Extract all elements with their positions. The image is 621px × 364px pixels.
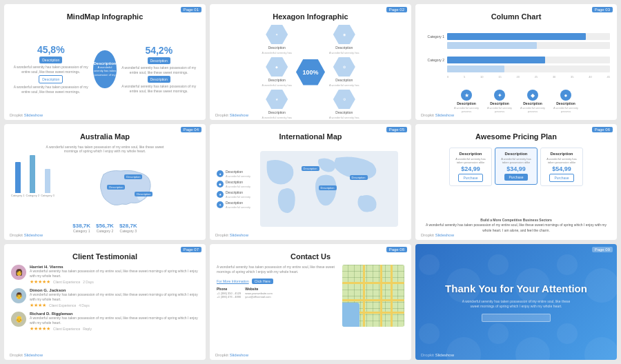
- testimonial-text-3: Richard D. Riggleman A wonderful serenit…: [30, 312, 199, 332]
- desc-box-3: Description: [148, 57, 170, 64]
- chart-icon-item-2: ✦ Description A wonderful serenity posse…: [486, 90, 513, 113]
- map-road-h1: [342, 282, 404, 284]
- aus-bar-2a: [30, 155, 35, 193]
- stars-1: ★★★★★: [30, 279, 50, 285]
- avatar-2: 👨: [11, 288, 26, 303]
- hex-label-4: DescriptionA wonderful serenity has: [329, 46, 359, 54]
- contact-phone-label: Phone: [217, 287, 241, 291]
- hex-1: ✦: [266, 25, 288, 44]
- aus-bar-label-1: Category 1: [11, 194, 25, 197]
- aus-svg: [93, 164, 162, 212]
- aus-desc: A wonderful serenity has taken possessio…: [46, 145, 164, 153]
- chart-bar-wrap-1b: [447, 42, 610, 49]
- price-text-3: A wonderful serenity has taken possessio…: [544, 157, 580, 164]
- side-text-1: DescriptionA wonderful serenity: [226, 170, 250, 178]
- chart-bar-1b: [447, 42, 537, 49]
- main-grid: Page 01 MindMap Infographic 45,8% Descri…: [0, 0, 621, 364]
- mindmap-content: 45,8% Description A wonderful serenity h…: [11, 25, 199, 113]
- icon-sublabel-3: A wonderful serenity possess: [519, 106, 546, 113]
- brand-4: Dropkit Slideshow: [10, 233, 43, 237]
- contact-link[interactable]: For More Information: [217, 279, 249, 283]
- chart-row-2: Category 2: [422, 57, 610, 63]
- price-text-1: A wonderful serenity has taken possessio…: [453, 157, 489, 164]
- price-btn-2[interactable]: Purchase: [504, 174, 527, 181]
- axis-35: 35: [571, 75, 573, 79]
- card-columnchart: Page 03 Column Chart Category 1 Category…: [415, 4, 617, 120]
- hex-3: ★: [266, 90, 288, 109]
- world-pin-1: Description: [302, 166, 319, 171]
- page-num-4: Page 04: [181, 127, 201, 132]
- stars-2: ★★★★: [30, 303, 46, 308]
- aus-stat-3: $28,7K Category 3: [119, 223, 137, 233]
- card-title-1: MindMap Infographic: [67, 12, 144, 21]
- side-text-4: DescriptionA wonderful serenity: [226, 201, 250, 209]
- price-amount-3: $54,99: [552, 165, 571, 172]
- brand-6: Dropkit Slideshow: [421, 233, 454, 237]
- card-contact: Page 08 Contact Us A wonderful serenity …: [210, 244, 411, 360]
- card-mindmap: Page 01 MindMap Infographic 45,8% Descri…: [4, 4, 206, 120]
- contact-left: A wonderful serenity has taken possessio…: [217, 265, 338, 353]
- testimonial-body-2: A wonderful serenity has taken possessio…: [30, 292, 199, 302]
- contact-phone-value: +1 (386) 350 - 4529+1 (386) 476 - 4890: [217, 292, 241, 299]
- hex-label-5: DescriptionA wonderful serenity has: [329, 78, 359, 87]
- thankyou-input[interactable]: [482, 314, 551, 322]
- chart-icon-item-4: ● Description A wonderful serenity posse…: [552, 90, 580, 113]
- icon-label-1: Description: [457, 101, 476, 105]
- price-name-3: Description: [550, 152, 573, 156]
- side-label-1: ● DescriptionA wonderful serenity: [217, 170, 250, 178]
- icon-sublabel-1: A wonderful serenity possess: [453, 106, 480, 113]
- chart-bar-wrap-1: [447, 33, 610, 40]
- aus-stat-label-2: Category 2: [97, 229, 113, 233]
- price-btn-1[interactable]: Purchase: [458, 174, 482, 182]
- testimonial-label-1: Client Experience: [53, 280, 80, 284]
- world-bg: Description Description Description: [260, 151, 398, 227]
- axis-10: 10: [480, 75, 483, 79]
- avatar-3: 👴: [11, 312, 26, 327]
- avatar-1: 👩: [11, 265, 26, 280]
- hex-left-col: ✦ DescriptionA wonderful serenity has ◆ …: [262, 25, 292, 119]
- testimonial-time-1: 2 Days: [83, 280, 94, 284]
- hex-4: ◉: [333, 25, 355, 44]
- hex-item-6: ⚙ DescriptionA wonderful serenity has: [329, 90, 359, 119]
- page-num-9: Page 09: [592, 247, 613, 252]
- contact-website-label: Website: [245, 287, 273, 291]
- icon-label-4: Description: [556, 101, 575, 105]
- aus-bar-label-3: Category 3: [41, 194, 55, 197]
- hex-5: ✿: [333, 57, 355, 77]
- price-card-1: Description A wonderful serenity has tak…: [449, 148, 492, 186]
- side-label-3: ★ DescriptionA wonderful serenity: [217, 190, 250, 199]
- chart-icon-2: ✦: [494, 90, 505, 101]
- contact-website-value: www.yourwebsite.comyour@officemail.com: [245, 292, 273, 299]
- world-pin-3: Description: [350, 175, 368, 180]
- aus-shape-wrap: Description Description Description: [93, 164, 162, 212]
- chart-label-1: Category 1: [422, 34, 444, 39]
- axis-45: 45: [607, 75, 610, 79]
- card-title-5: International Map: [279, 132, 342, 141]
- hex-2: ◆: [266, 57, 288, 77]
- side-icon-1: ●: [217, 170, 224, 177]
- chart-icon-item-3: ◆ Description A wonderful serenity posse…: [519, 90, 546, 113]
- side-icon-2: ◆: [217, 181, 224, 188]
- thankyou-desc: A wonderful serenity has taken possessio…: [461, 299, 571, 310]
- card-title-6: Awesome Pricing Plan: [475, 132, 557, 141]
- contact-desc: A wonderful serenity has taken possessio…: [217, 265, 338, 274]
- mindmap-small-1: A wonderful serenity has taken possessio…: [11, 65, 90, 74]
- contact-phone-item: Phone +1 (386) 350 - 4529+1 (386) 476 - …: [217, 287, 241, 299]
- price-name-1: Description: [459, 152, 482, 156]
- icon-sublabel-4: A wonderful serenity possess: [552, 106, 580, 113]
- aus-stat-num-1: $38,7K: [72, 223, 90, 229]
- aus-bar-group: Category 1 Category 2 Category 3: [11, 156, 55, 197]
- axis-15: 15: [498, 75, 501, 79]
- price-btn-3[interactable]: Purchase: [549, 174, 573, 182]
- testimonial-meta-3: ★★★★★ Client Experience Reply: [30, 326, 199, 332]
- map-road-v1: [363, 265, 365, 327]
- page-num-2: Page 02: [386, 7, 407, 12]
- aus-bar-set-1: Category 1: [11, 162, 25, 197]
- aus-pin-3: Description: [135, 192, 152, 196]
- card-testimonial: Page 07 Client Testimonial 👩 Harriet H. …: [4, 244, 206, 360]
- contact-link-btn[interactable]: Click Here: [252, 279, 273, 284]
- world-pin-2: Description: [319, 185, 337, 190]
- contact-website-item: Website www.yourwebsite.comyour@officema…: [245, 287, 273, 299]
- axis-5: 5: [464, 75, 465, 79]
- side-icon-3: ★: [217, 191, 224, 198]
